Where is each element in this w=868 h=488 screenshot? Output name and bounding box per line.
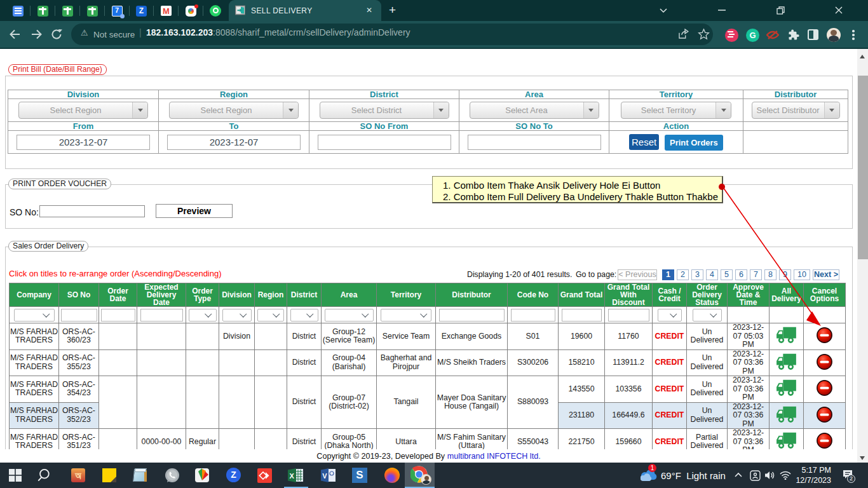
svg-text:V: V (322, 472, 327, 480)
svg-text:X: X (290, 472, 295, 480)
